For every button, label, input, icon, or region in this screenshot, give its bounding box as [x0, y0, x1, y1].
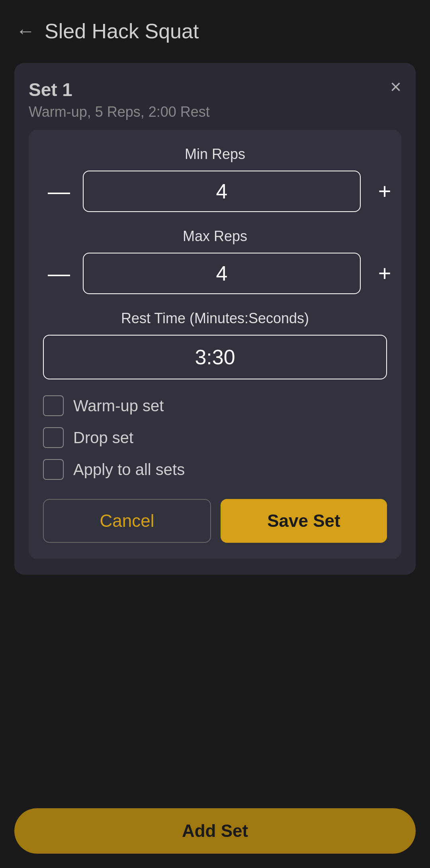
close-button[interactable]: × [390, 77, 401, 96]
min-reps-input[interactable] [83, 171, 361, 212]
card-inner: Min Reps — + Max Reps — + Rest Time (Min… [29, 130, 401, 559]
set-subtitle: Warm-up, 5 Reps, 2:00 Rest [29, 104, 401, 120]
max-reps-label: Max Reps [43, 228, 387, 245]
min-reps-increment-button[interactable]: + [369, 175, 401, 207]
warmup-set-checkbox-row[interactable]: Warm-up set [43, 395, 387, 416]
min-reps-label: Min Reps [43, 146, 387, 163]
set-card: Set 1 Warm-up, 5 Reps, 2:00 Rest × Min R… [14, 63, 416, 575]
header: ← Sled Hack Squat [0, 0, 430, 55]
max-reps-input[interactable] [83, 253, 361, 294]
apply-to-all-sets-checkbox-row[interactable]: Apply to all sets [43, 459, 387, 480]
card-header: Set 1 Warm-up, 5 Reps, 2:00 Rest [29, 79, 401, 120]
main-content: Set 1 Warm-up, 5 Reps, 2:00 Rest × Min R… [0, 55, 430, 691]
apply-to-all-sets-label: Apply to all sets [73, 461, 185, 479]
cancel-button[interactable]: Cancel [43, 499, 211, 543]
drop-set-label: Drop set [73, 429, 133, 447]
warmup-set-checkbox[interactable] [43, 395, 64, 416]
drop-set-checkbox[interactable] [43, 427, 64, 448]
max-reps-increment-button[interactable]: + [369, 257, 401, 289]
save-set-button[interactable]: Save Set [221, 499, 387, 543]
action-buttons: Cancel Save Set [43, 499, 387, 543]
bottom-bar: Add Set [0, 799, 430, 868]
rest-time-wrapper [43, 335, 387, 379]
min-reps-decrement-button[interactable]: — [43, 175, 75, 207]
set-title: Set 1 [29, 79, 401, 100]
warmup-set-label: Warm-up set [73, 397, 164, 415]
add-set-button[interactable]: Add Set [14, 808, 416, 854]
min-reps-stepper: — + [43, 171, 387, 212]
rest-time-input[interactable] [43, 335, 387, 379]
max-reps-stepper: — + [43, 253, 387, 294]
back-button[interactable]: ← [16, 22, 35, 41]
checkbox-group: Warm-up set Drop set Apply to all sets [43, 395, 387, 480]
apply-to-all-sets-checkbox[interactable] [43, 459, 64, 480]
page-title: Sled Hack Squat [45, 19, 199, 43]
drop-set-checkbox-row[interactable]: Drop set [43, 427, 387, 448]
rest-time-label: Rest Time (Minutes:Seconds) [43, 310, 387, 327]
max-reps-decrement-button[interactable]: — [43, 257, 75, 289]
